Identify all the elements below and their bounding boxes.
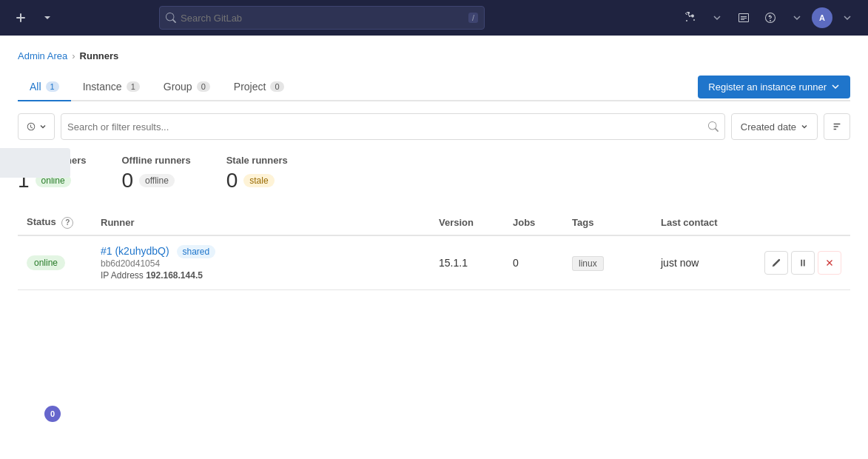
action-buttons	[764, 251, 841, 275]
user-avatar[interactable]: A	[812, 7, 832, 28]
runner-ip: IP Address 192.168.144.5	[101, 270, 421, 281]
tab-instance[interactable]: Instance 1	[71, 73, 152, 101]
offline-badge: offline	[139, 174, 175, 187]
register-instance-runner-button[interactable]: Register an instance runner	[698, 76, 850, 98]
tab-all[interactable]: All 1	[18, 73, 71, 101]
status-help-icon[interactable]: ?	[61, 217, 73, 229]
register-btn-label: Register an instance runner	[708, 81, 827, 93]
register-btn-chevron-icon	[831, 82, 840, 91]
sort-dropdown-button[interactable]: Created date	[731, 113, 818, 140]
row-jobs-cell: 0	[504, 235, 563, 290]
tab-all-label: All	[30, 81, 41, 93]
table-body: online #1 (k2uhydbQ) shared bb6d20d41054…	[18, 235, 850, 290]
runner-ip-value: 192.168.144.5	[146, 270, 203, 281]
tab-all-badge: 1	[46, 81, 59, 92]
filter-search-button[interactable]	[708, 121, 719, 132]
edit-runner-button[interactable]	[764, 251, 788, 275]
history-chevron-icon	[39, 123, 47, 130]
global-search-bar: /	[159, 6, 485, 30]
new-dropdown-button[interactable]	[36, 6, 59, 30]
filter-bar: Created date	[18, 113, 850, 140]
stat-stale-count: 0	[226, 169, 238, 192]
table-row: online #1 (k2uhydbQ) shared bb6d20d41054…	[18, 235, 850, 290]
row-actions-cell	[756, 235, 850, 290]
merge-requests-button[interactable]	[679, 6, 702, 30]
row-tags-cell: linux	[563, 235, 652, 290]
runner-tag-linux: linux	[572, 256, 604, 271]
col-last-contact: Last contact	[652, 210, 756, 235]
row-status-cell: online	[18, 235, 92, 290]
stat-offline-label: Offline runners	[121, 155, 190, 166]
col-status: Status ?	[18, 210, 92, 235]
sort-direction-button[interactable]	[824, 113, 850, 140]
sidebar-panel	[0, 148, 70, 178]
filter-search-icon	[708, 121, 719, 132]
col-jobs: Jobs	[504, 210, 563, 235]
todos-button[interactable]	[732, 6, 756, 30]
filter-history-button[interactable]	[18, 113, 55, 140]
stat-stale-label: Stale runners	[226, 155, 288, 166]
tab-project-badge: 0	[270, 81, 283, 92]
stat-offline: Offline runners 0 offline	[121, 155, 190, 192]
sort-chevron-icon	[801, 123, 808, 130]
runner-hash: bb6d20d41054	[101, 258, 421, 269]
runners-table-wrapper: Status ? Runner Version Jobs Tags Last c…	[18, 210, 850, 290]
tab-instance-label: Instance	[83, 81, 122, 93]
tabs-bar: All 1 Instance 1 Group 0 Project 0 Regis…	[18, 73, 850, 101]
breadcrumb-current: Runners	[80, 50, 119, 61]
delete-runner-button[interactable]	[818, 251, 841, 275]
nav-left	[9, 6, 59, 30]
stats-row: Online runners 1 online Offline runners …	[18, 155, 850, 192]
search-input[interactable]	[181, 13, 464, 24]
runner-id-wrap: #1 (k2uhydbQ) shared	[101, 245, 421, 257]
main-content: Admin Area › Runners All 1 Instance 1 Gr…	[0, 36, 868, 459]
filter-input[interactable]	[67, 121, 704, 133]
col-tags: Tags	[563, 210, 652, 235]
sidebar-badge: 0	[44, 406, 61, 422]
runner-jobs: 0	[513, 257, 519, 269]
search-icon	[166, 13, 176, 23]
new-item-button[interactable]	[9, 6, 33, 30]
stat-stale: Stale runners 0 stale	[226, 155, 288, 192]
tab-instance-badge: 1	[127, 81, 140, 92]
runner-shared-badge: shared	[177, 245, 216, 258]
col-actions	[756, 210, 850, 235]
runner-version: 15.1.1	[439, 257, 468, 269]
breadcrumb-separator: ›	[72, 50, 75, 61]
row-version-cell: 15.1.1	[430, 235, 504, 290]
tab-project[interactable]: Project 0	[222, 73, 296, 101]
tab-group-label: Group	[164, 81, 192, 93]
breadcrumb-parent-link[interactable]: Admin Area	[18, 50, 67, 61]
search-kbd: /	[468, 13, 478, 23]
help-button[interactable]	[758, 6, 782, 30]
avatar-dropdown-button[interactable]	[835, 6, 859, 30]
row-runner-cell: #1 (k2uhydbQ) shared bb6d20d41054 IP Add…	[92, 235, 430, 290]
edit-icon	[771, 258, 781, 268]
sort-label: Created date	[741, 121, 796, 133]
breadcrumb: Admin Area › Runners	[18, 50, 850, 61]
sort-direction-icon	[832, 121, 842, 132]
tab-project-label: Project	[234, 81, 266, 93]
row-last-contact-cell: just now	[652, 235, 756, 290]
runner-id-link[interactable]: #1 (k2uhydbQ)	[101, 245, 169, 257]
mr-dropdown-button[interactable]	[705, 6, 729, 30]
close-icon	[824, 258, 835, 268]
pause-icon	[798, 258, 808, 268]
filter-input-wrap	[61, 113, 725, 140]
pause-runner-button[interactable]	[791, 251, 815, 275]
runner-last-contact: just now	[661, 257, 699, 269]
stat-offline-value: 0 offline	[121, 169, 190, 192]
table-header: Status ? Runner Version Jobs Tags Last c…	[18, 210, 850, 235]
runners-table: Status ? Runner Version Jobs Tags Last c…	[18, 210, 850, 290]
col-status-label: Status	[27, 216, 56, 227]
nav-right: A	[679, 6, 859, 30]
help-dropdown-button[interactable]	[785, 6, 809, 30]
stat-stale-value: 0 stale	[226, 169, 288, 192]
stale-badge: stale	[243, 174, 274, 187]
top-nav: / A	[0, 0, 868, 36]
col-version: Version	[430, 210, 504, 235]
col-runner: Runner	[92, 210, 430, 235]
stat-offline-count: 0	[121, 169, 133, 192]
history-icon	[26, 121, 36, 132]
tab-group[interactable]: Group 0	[152, 73, 222, 101]
